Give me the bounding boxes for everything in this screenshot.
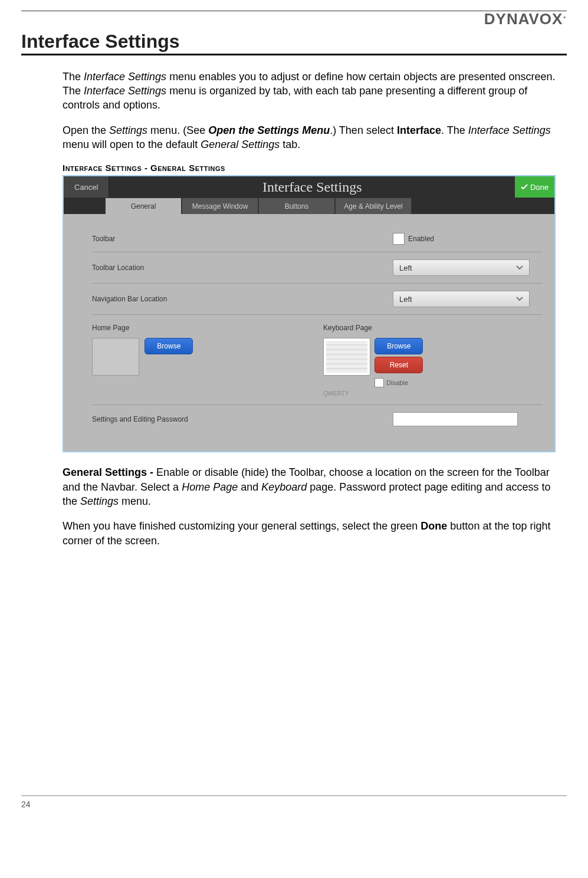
home-page-label: Home Page (92, 323, 311, 333)
general-settings-description: General Settings - Enable or disable (hi… (63, 465, 561, 508)
check-icon (521, 183, 528, 190)
navbar-location-label: Navigation Bar Location (92, 294, 269, 304)
tab-age-ability[interactable]: Age & Ability Level (335, 198, 412, 214)
password-field[interactable] (393, 412, 518, 426)
tab-message-window[interactable]: Message Window (182, 198, 258, 214)
done-button[interactable]: Done (515, 176, 554, 198)
toolbar-enabled-label: Enabled (408, 234, 434, 244)
closing-paragraph: When you have finished customizing your … (63, 519, 561, 548)
chevron-down-icon (516, 265, 523, 270)
toolbar-location-dropdown[interactable]: Left (393, 259, 530, 276)
toolbar-location-label: Toolbar Location (92, 263, 269, 272)
cancel-button[interactable]: Cancel (64, 176, 109, 198)
chevron-down-icon (516, 297, 523, 301)
keyboard-browse-button[interactable]: Browse (375, 338, 423, 354)
home-page-thumbnail[interactable] (92, 338, 139, 376)
toolbar-label: Toolbar (92, 234, 269, 244)
intro-paragraph-1: The Interface Settings menu enables you … (63, 70, 561, 113)
figure-caption: Interface Settings - General Settings (63, 162, 561, 174)
keyboard-disable-label: Disable (386, 379, 408, 387)
keyboard-page-label: Keyboard Page (323, 323, 543, 333)
toolbar-enabled-checkbox[interactable] (393, 233, 405, 245)
screenshot-interface-settings: Cancel Interface Settings Done General M… (63, 175, 556, 452)
tab-buttons[interactable]: Buttons (258, 198, 335, 214)
navbar-location-dropdown[interactable]: Left (393, 291, 530, 307)
keyboard-disable-checkbox[interactable] (375, 378, 384, 387)
keyboard-name-label: QWERTY (323, 390, 543, 398)
keyboard-page-thumbnail[interactable] (323, 338, 370, 376)
page-title: Interface Settings (21, 31, 567, 52)
page-number: 24 (21, 800, 31, 809)
home-browse-button[interactable]: Browse (144, 338, 193, 354)
dialog-title: Interface Settings (109, 176, 514, 198)
tab-general[interactable]: General (105, 198, 182, 214)
keyboard-reset-button[interactable]: Reset (375, 357, 423, 373)
intro-paragraph-2: Open the Settings menu. (See Open the Se… (63, 123, 561, 152)
password-label: Settings and Editing Password (92, 415, 328, 424)
brand-logo: DYNAVOX. (21, 8, 567, 28)
